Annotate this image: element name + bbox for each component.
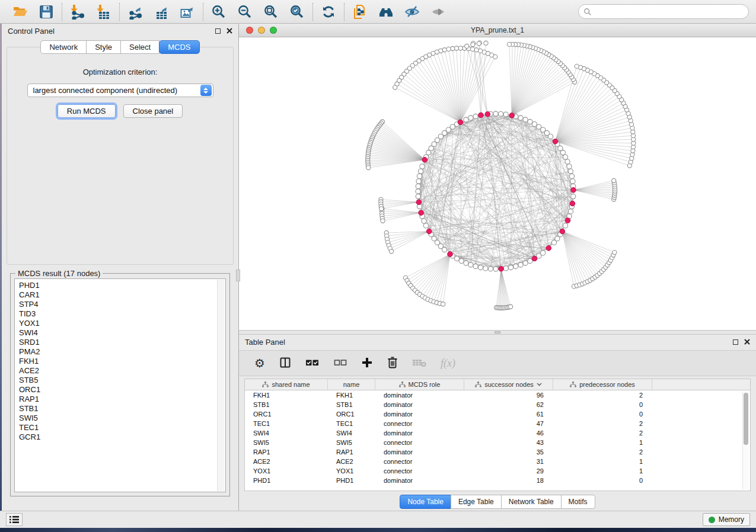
result-scrollbar[interactable]	[217, 280, 225, 491]
network-canvas[interactable]	[239, 37, 756, 330]
table-row[interactable]: TEC1TEC1connector472	[245, 419, 750, 428]
mcds-hub-node[interactable]	[426, 229, 432, 234]
mcds-result-item[interactable]: RAP1	[19, 395, 225, 404]
mcds-hub-node[interactable]	[553, 139, 558, 145]
save-session-button[interactable]	[37, 2, 56, 21]
column-header-predecessor-nodes[interactable]: predecessor nodes	[553, 379, 652, 390]
tab-motifs[interactable]: Motifs	[561, 495, 595, 509]
zoom-out-button[interactable]	[235, 2, 254, 21]
table-row[interactable]: FKH1FKH1dominator962	[245, 390, 750, 400]
mcds-result-item[interactable]: GCR1	[19, 432, 225, 442]
mcds-hub-node[interactable]	[565, 218, 570, 223]
tab-style[interactable]: Style	[86, 40, 121, 54]
mcds-result-item[interactable]: STP4	[19, 300, 225, 309]
table-row[interactable]: STB1STB1dominator620	[245, 400, 750, 409]
mcds-hub-node[interactable]	[416, 200, 422, 205]
export-image-button[interactable]	[178, 2, 197, 21]
mcds-result-item[interactable]: YOX1	[19, 319, 225, 328]
mcds-result-list[interactable]: PHD1CAR1STP4TID3YOX1SWI4SRD1PMA2FKH1ACE2…	[14, 278, 226, 492]
criterion-dropdown[interactable]: largest connected component (undirected)	[27, 84, 213, 97]
tab-node-table[interactable]: Node Table	[400, 495, 451, 509]
network-window-titlebar[interactable]: YPA_prune.txt_1	[239, 24, 756, 37]
mcds-hub-node[interactable]	[479, 113, 484, 118]
tab-network-table[interactable]: Network Table	[501, 495, 562, 509]
delete-row-button[interactable]	[387, 354, 398, 372]
mcds-hub-node[interactable]	[509, 113, 515, 118]
float-table-panel-icon[interactable]	[733, 339, 738, 345]
mcds-hub-node[interactable]	[570, 201, 575, 206]
table-row[interactable]: RAP1RAP1dominator352	[245, 447, 750, 457]
settings-button[interactable]: ⚙	[254, 354, 265, 372]
mcds-result-item[interactable]: SRD1	[19, 338, 225, 347]
mcds-result-item[interactable]: SWI5	[19, 414, 225, 423]
table-row[interactable]: PHD1PHD1dominator180	[245, 476, 750, 485]
mcds-hub-node[interactable]	[571, 187, 576, 193]
table-row[interactable]: SWI5SWI5connector431	[245, 438, 750, 447]
mcds-result-item[interactable]: STB5	[19, 376, 225, 385]
tab-edge-table[interactable]: Edge Table	[451, 495, 502, 509]
hide-selected-button[interactable]	[403, 2, 422, 21]
split-columns-button[interactable]	[279, 354, 291, 372]
table-row[interactable]: YOX1YOX1connector291	[245, 466, 750, 476]
column-header-successor-nodes[interactable]: successor nodes	[464, 379, 553, 390]
task-history-button[interactable]	[6, 513, 23, 526]
export-table-button[interactable]	[152, 2, 171, 21]
show-all-button[interactable]	[429, 2, 448, 21]
table-row[interactable]: SWI4SWI4dominator462	[245, 428, 750, 438]
column-header-shared-name[interactable]: shared name	[245, 379, 328, 390]
close-panel-button[interactable]: Close panel	[123, 104, 183, 118]
zoom-in-button[interactable]	[209, 2, 228, 21]
search-box[interactable]	[578, 4, 749, 19]
mcds-hub-node[interactable]	[499, 266, 504, 271]
mcds-hub-node[interactable]	[458, 120, 463, 125]
zoom-fit-button[interactable]	[261, 2, 280, 21]
open-file-button[interactable]	[11, 2, 30, 21]
search-input[interactable]	[592, 6, 748, 18]
mcds-hub-node[interactable]	[560, 229, 565, 234]
network-graph[interactable]	[239, 37, 756, 330]
mcds-hub-node[interactable]	[532, 256, 537, 261]
mcds-result-item[interactable]: SWI4	[19, 328, 225, 338]
refresh-button[interactable]	[319, 2, 338, 21]
minimize-window-icon[interactable]	[258, 27, 265, 34]
mcds-result-item[interactable]: PMA2	[19, 347, 225, 357]
mcds-result-item[interactable]: STB1	[19, 404, 225, 414]
mcds-result-item[interactable]: CAR1	[19, 290, 225, 300]
maximize-window-icon[interactable]	[270, 27, 277, 34]
add-row-button[interactable]	[361, 354, 373, 372]
mcds-result-item[interactable]: TEC1	[19, 423, 225, 432]
zoom-selected-button[interactable]	[288, 2, 307, 21]
deselect-all-button[interactable]	[334, 354, 347, 372]
mcds-result-item[interactable]: ORC1	[19, 385, 225, 395]
horizontal-splitter-grip[interactable]	[495, 331, 500, 334]
column-header-MCDS-role[interactable]: MCDS role	[375, 379, 464, 390]
table-row[interactable]: ORC1ORC1dominator610	[245, 409, 750, 419]
mcds-hub-node[interactable]	[546, 246, 551, 251]
export-network-button[interactable]	[126, 2, 145, 21]
mcds-hub-node[interactable]	[485, 111, 490, 117]
import-network-button[interactable]	[68, 2, 87, 21]
close-panel-icon[interactable]	[227, 28, 232, 34]
tab-select[interactable]: Select	[120, 40, 160, 54]
mcds-result-item[interactable]: FKH1	[19, 357, 225, 366]
table-scrollbar[interactable]	[742, 392, 749, 489]
vertical-splitter-grip[interactable]	[236, 270, 240, 281]
mcds-result-item[interactable]: ACE2	[19, 366, 225, 376]
first-neighbors-button[interactable]	[377, 2, 395, 21]
mcds-hub-node[interactable]	[419, 210, 424, 216]
import-table-button[interactable]	[94, 2, 113, 21]
float-panel-icon[interactable]	[215, 28, 221, 34]
close-table-panel-icon[interactable]	[744, 339, 750, 345]
mcds-hub-node[interactable]	[422, 157, 428, 162]
table-row[interactable]: ACE2ACE2connector311	[245, 457, 750, 466]
run-mcds-button[interactable]: Run MCDS	[58, 104, 116, 118]
clone-network-button[interactable]	[350, 2, 369, 21]
horizontal-splitter[interactable]	[239, 330, 756, 335]
memory-button[interactable]: Memory	[703, 513, 750, 526]
select-all-button[interactable]	[305, 354, 320, 372]
mcds-result-item[interactable]: PHD1	[19, 281, 225, 290]
tab-network[interactable]: Network	[40, 40, 87, 54]
close-window-icon[interactable]	[246, 27, 253, 34]
table-scrollbar-thumb[interactable]	[744, 393, 748, 445]
column-header-name[interactable]: name	[328, 379, 375, 390]
